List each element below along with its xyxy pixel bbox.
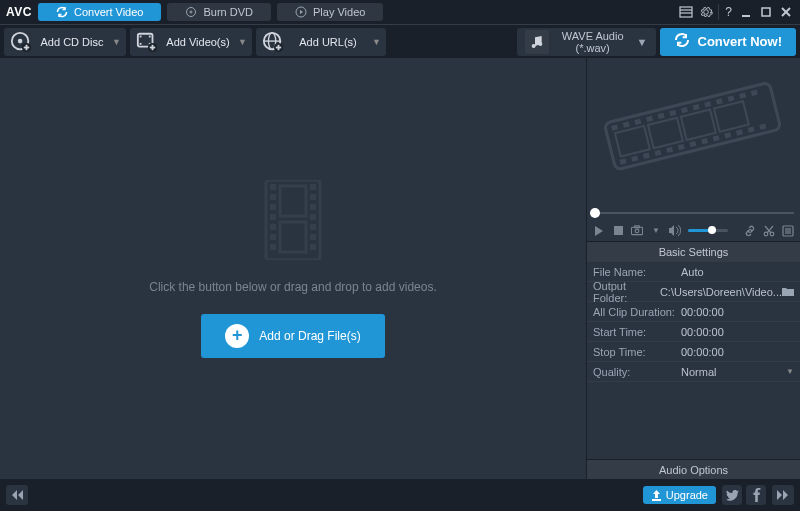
svg-rect-3: [680, 7, 692, 17]
setting-quality[interactable]: Quality: Normal▼: [587, 362, 800, 382]
chevron-down-icon: ▼: [372, 37, 380, 47]
chevron-down-icon: ▼: [112, 37, 120, 47]
svg-rect-7: [762, 8, 770, 16]
disc-icon: [185, 6, 197, 18]
svg-rect-35: [270, 214, 276, 220]
button-label: Add Video(s): [166, 36, 230, 48]
svg-rect-72: [735, 129, 742, 135]
setting-output-folder[interactable]: Output Folder: C:\Users\Doreen\Video...: [587, 282, 800, 302]
svg-rect-36: [270, 224, 276, 230]
volume-slider[interactable]: [688, 229, 728, 232]
button-label: Add CD Disc: [40, 36, 104, 48]
svg-point-81: [635, 229, 639, 233]
close-icon[interactable]: [778, 4, 794, 20]
link-icon[interactable]: [744, 225, 756, 237]
svg-rect-49: [611, 124, 618, 130]
app-logo: AVC: [6, 5, 32, 19]
button-label: Add or Drag File(s): [259, 329, 360, 343]
filmreel-icon: [599, 72, 789, 192]
disc-plus-icon: [10, 31, 32, 53]
tab-convert-video[interactable]: Convert Video: [38, 3, 162, 21]
svg-rect-76: [647, 118, 682, 149]
add-url-button[interactable]: Add URL(s) ▼: [256, 28, 386, 56]
cut-icon[interactable]: [763, 225, 775, 237]
svg-rect-45: [310, 244, 316, 250]
chevron-down-icon[interactable]: ▼: [650, 225, 662, 237]
svg-rect-33: [270, 194, 276, 200]
drop-hint: Click the button below or drag and drop …: [149, 280, 437, 294]
svg-rect-52: [645, 116, 652, 122]
upgrade-button[interactable]: Upgrade: [643, 486, 716, 504]
svg-rect-55: [680, 107, 687, 113]
convert-now-button[interactable]: Convert Now!: [660, 28, 797, 56]
svg-rect-17: [140, 42, 142, 44]
tab-label: Play Video: [313, 6, 365, 18]
setting-stop-time[interactable]: Stop Time: 00:00:00: [587, 342, 800, 362]
svg-rect-75: [614, 126, 649, 157]
collapse-left-button[interactable]: [6, 485, 28, 505]
setting-start-time[interactable]: Start Time: 00:00:00: [587, 322, 800, 342]
svg-point-0: [187, 8, 196, 17]
minimize-icon[interactable]: [738, 4, 754, 20]
svg-rect-51: [634, 119, 641, 125]
svg-rect-67: [677, 144, 684, 150]
add-or-drag-button[interactable]: + Add or Drag File(s): [201, 314, 384, 358]
tab-play-video[interactable]: Play Video: [277, 3, 383, 21]
plus-circle-icon: +: [225, 324, 249, 348]
timeline-handle[interactable]: [590, 208, 600, 218]
menu-icon[interactable]: [678, 4, 694, 20]
svg-rect-74: [759, 124, 766, 130]
svg-rect-34: [270, 204, 276, 210]
upload-icon: [651, 490, 662, 501]
snapshot-button[interactable]: [631, 225, 643, 237]
main-area: Click the button below or drag and drop …: [0, 58, 800, 479]
toolbar: Add CD Disc ▼ Add Video(s) ▼ Add URL(s) …: [0, 24, 800, 58]
add-cd-button[interactable]: Add CD Disc ▼: [4, 28, 126, 56]
svg-rect-91: [652, 499, 661, 501]
svg-rect-66: [666, 147, 673, 153]
svg-point-29: [531, 44, 535, 48]
format-label: WAVE Audio (*.wav): [557, 30, 629, 54]
edit-icon[interactable]: [782, 225, 794, 237]
output-format-select[interactable]: WAVE Audio (*.wav) ▼: [517, 28, 656, 56]
svg-point-1: [190, 11, 192, 13]
svg-rect-79: [614, 226, 623, 235]
svg-rect-46: [280, 186, 306, 216]
tab-label: Convert Video: [74, 6, 144, 18]
volume-icon[interactable]: [669, 225, 681, 237]
twitter-button[interactable]: [722, 485, 742, 505]
facebook-button[interactable]: [746, 485, 766, 505]
footer: Upgrade: [0, 479, 800, 511]
folder-icon[interactable]: [782, 287, 794, 297]
setting-duration: All Clip Duration: 00:00:00: [587, 302, 800, 322]
svg-rect-44: [310, 234, 316, 240]
chevron-down-icon: ▼: [637, 36, 648, 48]
maximize-icon[interactable]: [758, 4, 774, 20]
chevron-down-icon: ▼: [786, 367, 794, 376]
help-icon[interactable]: ?: [718, 4, 734, 20]
stop-button[interactable]: [612, 225, 624, 237]
settings-list: File Name: Auto Output Folder: C:\Users\…: [587, 262, 800, 459]
gear-icon[interactable]: [698, 4, 714, 20]
svg-rect-70: [712, 135, 719, 141]
svg-rect-78: [713, 101, 748, 132]
filmstrip-icon: [258, 180, 328, 260]
play-button[interactable]: [593, 225, 605, 237]
svg-point-11: [18, 38, 23, 43]
drop-area[interactable]: Click the button below or drag and drop …: [0, 58, 586, 479]
svg-rect-68: [689, 141, 696, 147]
svg-rect-64: [642, 153, 649, 159]
tab-burn-dvd[interactable]: Burn DVD: [167, 3, 271, 21]
svg-rect-32: [270, 184, 276, 190]
svg-rect-41: [310, 204, 316, 210]
music-note-icon: [525, 30, 549, 54]
expand-right-button[interactable]: [772, 485, 794, 505]
titlebar: AVC Convert Video Burn DVD Play Video ?: [0, 0, 800, 24]
refresh-icon: [56, 6, 68, 18]
audio-options-heading[interactable]: Audio Options: [587, 459, 800, 479]
svg-rect-59: [727, 95, 734, 101]
svg-rect-39: [310, 184, 316, 190]
add-video-button[interactable]: Add Video(s) ▼: [130, 28, 252, 56]
svg-rect-77: [680, 109, 715, 140]
timeline-slider[interactable]: [587, 206, 800, 220]
